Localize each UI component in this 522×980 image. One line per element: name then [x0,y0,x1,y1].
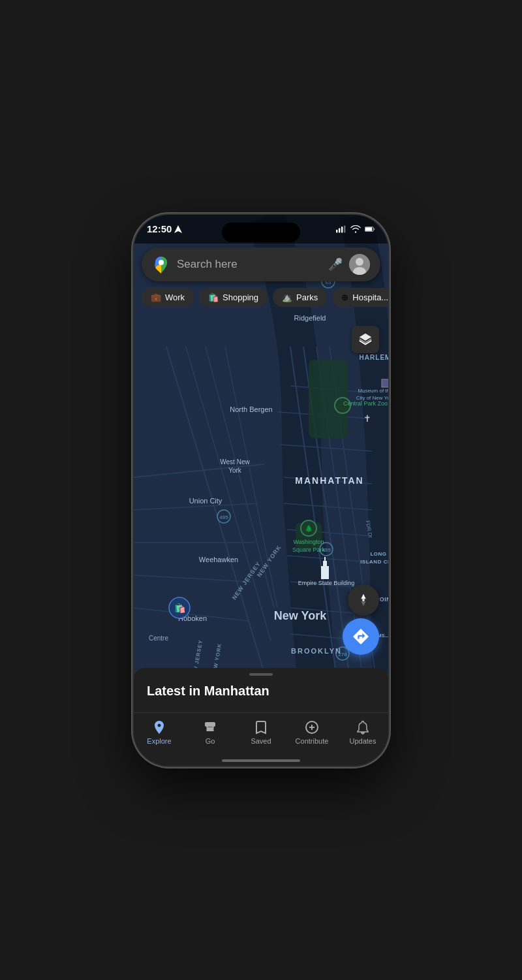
nav-saved-label: Saved [251,737,271,745]
directions-icon [352,627,370,646]
svg-rect-53 [324,557,326,562]
svg-text:ISLAND CITY: ISLAND CITY [360,559,388,565]
home-indicator [222,759,300,762]
phone-frame: 12:50 [134,215,388,766]
nav-explore-label: Explore [147,737,171,745]
battery-icon [365,225,375,233]
pill-parks[interactable]: ⛰️ Parks [273,288,327,307]
status-time: 12:50 [147,223,182,234]
svg-rect-51 [321,566,329,579]
svg-rect-61 [382,379,388,387]
svg-text:Union City: Union City [189,497,223,505]
filter-pills: 💼 Work 🛍️ Shopping ⛰️ Parks ⊕ Hospita... [142,288,388,307]
nav-go[interactable]: Go [185,718,236,745]
mic-icon[interactable]: 🎤 [328,257,343,272]
svg-text:North Bergen: North Bergen [230,405,272,413]
svg-rect-6 [374,228,375,230]
svg-text:York: York [228,467,242,474]
svg-text:Washington: Washington [293,539,324,545]
shopping-icon: 🛍️ [208,292,219,302]
layers-icon [358,332,373,347]
nav-explore[interactable]: Explore [134,718,185,745]
svg-text:Centre: Centre [149,635,168,642]
svg-point-80 [159,260,164,265]
map-layer-button[interactable] [352,326,379,353]
directions-button[interactable] [343,618,379,655]
status-icons [336,225,375,233]
svg-rect-0 [336,229,337,232]
go-icon [202,719,218,735]
hospitals-icon: ⊕ [341,292,348,302]
svg-text:Central Park Zoo: Central Park Zoo [343,400,388,407]
svg-rect-85 [208,727,213,727]
wifi-icon [350,225,361,233]
svg-rect-3 [344,225,345,232]
svg-text:Museum of the: Museum of the [358,388,388,394]
svg-text:Empire State Building: Empire State Building [298,580,355,586]
svg-text:🌲: 🌲 [305,524,313,533]
svg-text:🛍️: 🛍️ [174,603,186,614]
svg-text:Ridgefield: Ridgefield [294,314,326,322]
svg-point-82 [356,258,363,266]
dynamic-island [222,223,300,242]
contribute-icon [304,719,320,735]
google-maps-logo [152,255,170,274]
search-placeholder: Search here [177,258,322,271]
compass-icon [356,593,371,607]
saved-icon [253,719,269,735]
svg-rect-1 [339,228,340,232]
nav-contribute-label: Contribute [296,737,329,745]
phone-screen: 12:50 [134,215,388,766]
svg-text:HARLEM: HARLEM [360,354,388,361]
pill-shopping-label: Shopping [223,292,258,302]
compass-button[interactable] [348,584,379,616]
search-bar[interactable]: Search here 🎤 [142,247,380,281]
pill-parks-label: Parks [296,292,318,302]
svg-text:West New: West New [220,458,250,466]
signal-icon [336,225,346,233]
sheet-handle [249,673,273,676]
svg-text:Weehawken: Weehawken [199,556,238,563]
pill-shopping[interactable]: 🛍️ Shopping [199,288,268,307]
svg-text:MANHATTAN: MANHATTAN [295,475,363,486]
pill-work-label: Work [165,292,185,302]
nav-updates-label: Updates [350,737,376,745]
svg-rect-2 [341,227,343,233]
nav-go-label: Go [206,737,215,745]
updates-icon [355,719,371,735]
svg-rect-5 [365,227,373,230]
work-icon: 💼 [151,292,161,302]
svg-text:BROOKLYN: BROOKLYN [291,647,342,655]
nav-contribute[interactable]: Contribute [286,718,337,745]
pill-work[interactable]: 💼 Work [142,288,194,307]
svg-text:Square Park: Square Park [292,546,326,553]
svg-text:New York: New York [274,609,327,622]
pill-hospitals-label: Hospita... [352,292,388,302]
explore-icon [151,719,167,735]
bottom-nav: Explore Go Saved [134,712,388,766]
sheet-title: Latest in Manhattan [147,684,375,699]
location-arrow-icon [174,225,182,233]
pill-hospitals[interactable]: ⊕ Hospita... [332,288,388,307]
nav-updates[interactable]: Updates [337,718,388,745]
svg-text:LONG: LONG [370,551,386,557]
nav-saved[interactable]: Saved [236,718,286,745]
parks-icon: ⛰️ [282,292,292,302]
svg-text:City of New York: City of New York [356,395,388,401]
svg-text:✝: ✝ [363,413,371,424]
svg-point-84 [362,599,365,601]
user-avatar[interactable] [349,254,370,275]
svg-text:495: 495 [219,514,228,520]
